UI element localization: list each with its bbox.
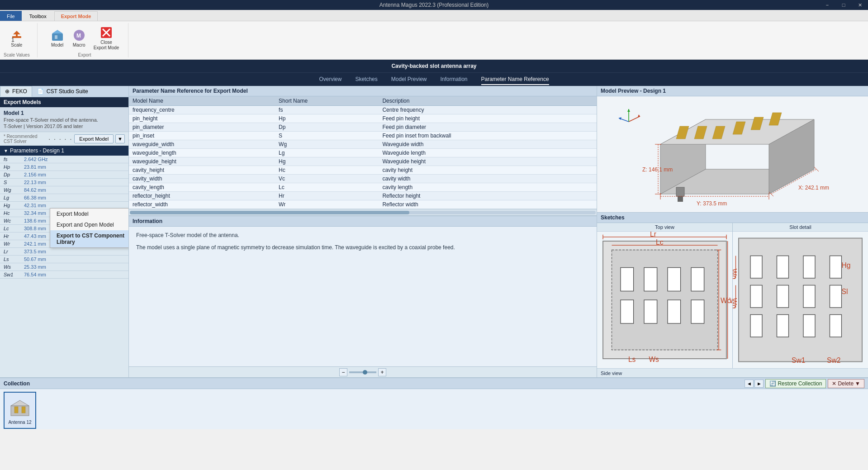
close-export-button[interactable]: CloseExport Mode [92, 24, 121, 52]
scale-button[interactable]: 1 Scale [8, 27, 26, 49]
model-preview-3d[interactable]: Z: 146.1 mm Y: 373.5 mm X: 242.1 mm [597, 96, 868, 212]
svg-rect-71 [777, 285, 789, 308]
model-button[interactable]: Model [48, 27, 66, 49]
delete-dropdown-icon: ▼ [855, 380, 860, 387]
ref-row-Hr: reflector_heightHrReflector height [129, 192, 597, 200]
recommended-label: * Recommended CST Solver [4, 134, 47, 144]
svg-rect-90 [22, 407, 25, 413]
svg-rect-46 [644, 268, 657, 291]
svg-rect-73 [803, 256, 815, 278]
ref-row-Lg: waveguide_lengthLgWaveguide length [129, 149, 597, 157]
model-preview: Model Preview - Design 1 [597, 86, 868, 213]
model-item-solver: T-Solver | Version 2017.05 and later [4, 123, 125, 129]
tab-file[interactable]: File [0, 11, 22, 21]
tab-export-mode[interactable]: Export Mode [54, 11, 98, 21]
close-export-label: CloseExport Mode [94, 40, 119, 51]
svg-text:Sl: Sl [842, 288, 848, 295]
ribbon-tabs: File Toolbox Export Mode [0, 10, 868, 21]
svg-rect-77 [830, 285, 842, 308]
antenna-thumb-svg [9, 397, 31, 418]
svg-marker-5 [52, 30, 63, 33]
feko-label: FEKO [12, 88, 27, 95]
zoom-out-button[interactable]: − [339, 368, 347, 376]
param-row-Lr: Lr373.5 mm [0, 248, 128, 256]
model-preview-title: Model Preview - Design 1 [597, 86, 868, 96]
svg-line-40 [814, 167, 819, 171]
zoom-slider[interactable] [349, 371, 376, 373]
model-icon [50, 28, 65, 43]
dropdown-item-export-cst[interactable]: Export to CST Component Library [50, 230, 129, 247]
sketch-title-top: Top view [597, 223, 732, 232]
svg-marker-16 [627, 109, 630, 112]
svg-rect-6 [55, 35, 57, 39]
params-scroll[interactable]: fs2.642 GHzHp23.81 mmDp2.156 mmS22.13 mm… [0, 156, 128, 377]
macro-button[interactable]: M Macro [70, 27, 88, 49]
info-para-2: The model uses a single plane of magneti… [136, 243, 589, 252]
export-dropdown-button[interactable]: ▼ [115, 134, 125, 143]
svg-rect-75 [803, 315, 815, 337]
svg-text:Lr: Lr [650, 232, 656, 238]
info-para-1: Free-space T-Solver model of the antenna… [136, 231, 589, 240]
export-models-title: Export Models [0, 97, 128, 107]
tab-toolbox[interactable]: Toolbox [23, 11, 53, 21]
scale-group-label: Scale Values [4, 52, 30, 57]
restore-collection-button[interactable]: 🔄 Restore Collection [765, 379, 826, 388]
sketches-content: Top view [597, 223, 868, 368]
zoom-in-button[interactable]: + [378, 368, 386, 376]
ribbon-content: 1 Scale Scale Values [0, 21, 868, 59]
info-title: Information [129, 216, 597, 227]
macro-icon: M [72, 28, 86, 43]
tool-tab-feko[interactable]: ⊕ FEKO [0, 86, 32, 97]
svg-rect-74 [803, 285, 815, 308]
svg-text:Z: 146.1 mm: Z: 146.1 mm [642, 166, 673, 173]
tool-tab-cst[interactable]: 📄 CST Studio Suite [32, 86, 93, 97]
svg-rect-51 [691, 300, 704, 323]
svg-rect-87 [11, 406, 29, 416]
ribbon-group-items-export: Model M Macro [48, 23, 121, 52]
ref-row-Vc: cavity_widthVccavity width [129, 175, 597, 183]
ref-row-Wr: reflector_widthWrReflector width [129, 200, 597, 209]
macro-label: Macro [73, 43, 85, 48]
feko-icon: ⊕ [5, 88, 9, 95]
slot-detail-svg: Wg Wg Hg Sw1 Sw2 Sl [733, 232, 868, 368]
ribbon-group-export: Model M Macro [48, 23, 129, 57]
sketches-panel: Sketches Top view [597, 213, 868, 377]
tab-model-preview[interactable]: Model Preview [391, 74, 427, 85]
delete-button[interactable]: ✕ Delete ▼ [828, 379, 864, 388]
collection-title: Collection [4, 380, 744, 387]
svg-rect-28 [676, 187, 684, 196]
svg-text:Wr: Wr [730, 297, 733, 304]
param-row-Sw1: Sw176.54 mm [0, 271, 128, 279]
params-section-title[interactable]: ▼ Parameters - Design 1 [0, 146, 128, 156]
close-export-icon [99, 25, 114, 40]
minimize-button[interactable]: − [819, 0, 835, 10]
collection-item-antenna12[interactable]: Antenna 12 [4, 392, 36, 429]
tab-param-name-ref[interactable]: Parameter Name Reference [481, 74, 549, 85]
svg-line-12 [629, 116, 640, 122]
model-label: Model [51, 43, 63, 48]
svg-text:M: M [76, 33, 81, 39]
dropdown-item-export-model[interactable]: Export Model [50, 209, 129, 219]
left-panel: ⊕ FEKO 📄 CST Studio Suite Export Models … [0, 86, 129, 377]
dropdown-item-export-open[interactable]: Export and Open Model [50, 219, 129, 230]
tab-overview[interactable]: Overview [319, 74, 342, 85]
param-row-Dp: Dp2.156 mm [0, 171, 128, 179]
params-title-label: Parameters - Design 1 [10, 147, 64, 154]
cst-icon: 📄 [37, 88, 44, 95]
svg-rect-89 [14, 407, 18, 413]
collection-bar: Collection ◄ ► 🔄 Restore Collection ✕ De… [0, 377, 868, 429]
maximize-button[interactable]: □ [835, 0, 852, 10]
app-title: Antenna Magus 2022.3 (Professional Editi… [379, 2, 489, 8]
tab-sketches[interactable]: Sketches [355, 74, 377, 85]
export-model-button[interactable]: Export Model [74, 134, 114, 143]
svg-text:Ws: Ws [649, 356, 659, 363]
collection-next-button[interactable]: ► [754, 380, 764, 388]
svg-rect-48 [668, 268, 681, 291]
param-ref-scrollbar[interactable] [129, 209, 597, 215]
param-row-Lg: Lg66.38 mm [0, 194, 128, 202]
titlebar: Antenna Magus 2022.3 (Professional Editi… [0, 0, 868, 10]
collection-prev-button[interactable]: ◄ [745, 380, 754, 388]
tab-information[interactable]: Information [440, 74, 467, 85]
close-button[interactable]: ✕ [852, 0, 868, 10]
model-item: Model 1 Free-space T-Solver model of the… [0, 107, 128, 132]
